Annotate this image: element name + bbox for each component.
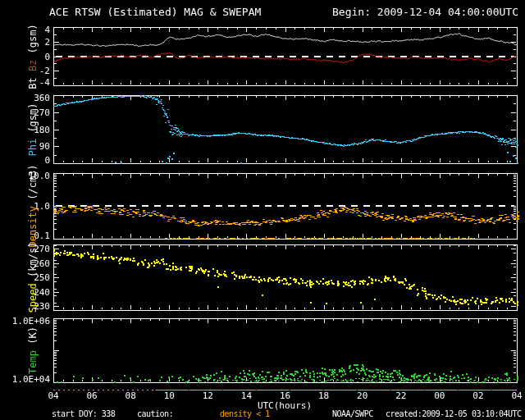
footer-caution-value: density < 1 bbox=[220, 409, 270, 418]
y-tick-label-speed: 250 bbox=[0, 273, 50, 282]
x-tick-label: 10 bbox=[158, 391, 180, 400]
y-tick-label-mag: -2 bbox=[0, 66, 50, 75]
x-tick-label: 14 bbox=[235, 391, 257, 400]
y-tick-label-mag: -4 bbox=[0, 78, 50, 87]
y-tick-label-density: 0.1 bbox=[0, 231, 50, 240]
x-tick-label: 08 bbox=[120, 391, 141, 400]
y-tick-label-mag: 4 bbox=[0, 25, 50, 34]
y-tick-label-mag: 0 bbox=[0, 52, 50, 62]
y-tick-label-phi: 360 bbox=[0, 94, 50, 103]
y-tick-label-density: 1.0 bbox=[0, 202, 50, 211]
y-tick-label-phi: 180 bbox=[0, 126, 50, 135]
y-tick-label-phi: 270 bbox=[0, 108, 50, 117]
y-tick-label-density: 10.0 bbox=[0, 171, 50, 180]
axis-labels-layer: 420-2-4Bt Bz (gsm)360270180900Phi (gsm)1… bbox=[0, 0, 525, 420]
y-axis-title-temp: Temp (K) bbox=[27, 289, 39, 412]
y-axis-title-part: (gsm) bbox=[27, 24, 39, 59]
y-axis-title-part: Temp bbox=[27, 350, 39, 374]
ace-rtsw-plot: ACE RTSW (Estimated) MAG & SWEPAM Begin:… bbox=[0, 0, 525, 420]
footer-agency: NOAA/SWPC bbox=[332, 409, 373, 418]
y-axis-title-part: (km/s) bbox=[27, 242, 39, 284]
x-tick-label: 04 bbox=[506, 391, 525, 400]
x-tick-label: 20 bbox=[352, 391, 373, 400]
x-tick-label: 06 bbox=[81, 391, 103, 400]
x-tick-label: 04 bbox=[43, 391, 64, 400]
y-axis-title-part: (/cm3) bbox=[27, 164, 39, 206]
x-tick-label: 02 bbox=[468, 391, 489, 400]
x-tick-label: 16 bbox=[275, 391, 296, 400]
y-tick-label-speed: 240 bbox=[0, 288, 50, 297]
y-tick-label-phi: 0 bbox=[0, 156, 50, 165]
y-tick-label-mag: 2 bbox=[0, 38, 50, 47]
footer-created-timestamp: created:2009-12-05 03:10:04UTC bbox=[386, 409, 522, 418]
y-tick-label-speed: 260 bbox=[0, 259, 50, 268]
footer-start-doy: start DOY: 338 bbox=[52, 409, 115, 418]
x-tick-label: 12 bbox=[197, 391, 218, 400]
footer-caution-label: caution: bbox=[137, 409, 173, 418]
y-tick-label-phi: 90 bbox=[0, 142, 50, 151]
y-tick-label-speed: 230 bbox=[0, 302, 50, 311]
x-tick-label: 00 bbox=[429, 391, 450, 400]
y-tick-label-temp: 1.0E+04 bbox=[0, 375, 50, 384]
y-tick-label-speed: 270 bbox=[0, 244, 50, 253]
x-tick-label: 18 bbox=[313, 391, 335, 400]
y-tick-label-temp: 1.0E+06 bbox=[0, 317, 50, 326]
y-axis-title-part: (K) bbox=[27, 326, 39, 350]
y-axis-title-part: (gsm) bbox=[27, 103, 39, 138]
x-tick-label: 22 bbox=[390, 391, 412, 400]
